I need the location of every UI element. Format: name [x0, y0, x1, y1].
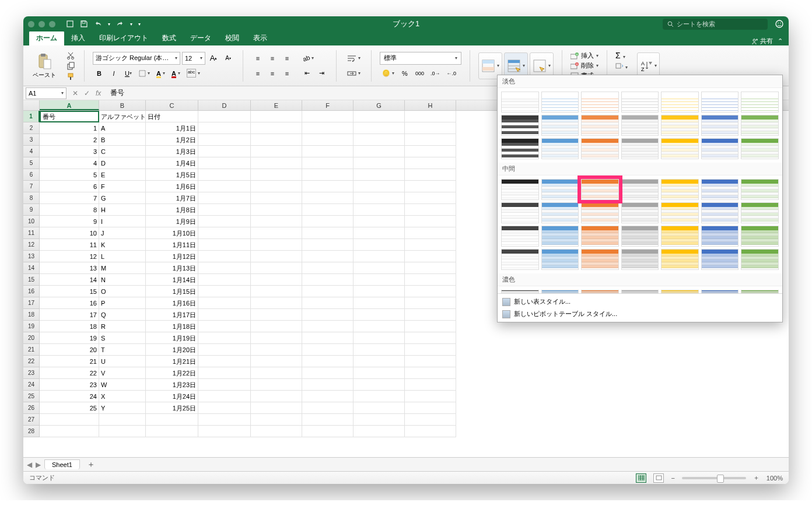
table-style-thumb[interactable] [661, 202, 699, 223]
sheet-next-icon[interactable]: ▶ [36, 461, 41, 469]
cell[interactable] [251, 356, 302, 367]
cell[interactable] [198, 146, 251, 157]
table-style-thumb[interactable] [661, 226, 699, 247]
cell[interactable] [354, 414, 405, 426]
underline-button[interactable]: U ▾ [122, 67, 135, 80]
cell[interactable] [198, 192, 251, 204]
cell[interactable] [405, 169, 456, 181]
cell[interactable] [198, 274, 251, 286]
cell[interactable] [354, 111, 405, 122]
add-sheet-button[interactable]: ＋ [83, 459, 99, 470]
cell[interactable]: 17 [40, 309, 99, 321]
table-style-thumb[interactable] [741, 138, 779, 159]
cell[interactable] [354, 356, 405, 367]
cell[interactable] [40, 414, 99, 426]
cell[interactable] [405, 146, 456, 157]
cancel-formula-icon[interactable]: ✕ [72, 89, 78, 97]
redo-icon[interactable] [116, 20, 124, 28]
cell[interactable] [251, 332, 302, 344]
cell[interactable]: 12 [40, 251, 99, 262]
table-style-thumb[interactable] [621, 92, 659, 113]
cell[interactable] [198, 391, 251, 402]
row-header[interactable]: 1 [23, 111, 40, 122]
cell[interactable] [302, 192, 354, 204]
table-style-thumb[interactable] [541, 202, 579, 223]
table-style-thumb[interactable] [661, 115, 699, 136]
row-header[interactable]: 10 [23, 216, 40, 227]
row-header[interactable]: 13 [23, 251, 40, 262]
cell[interactable] [251, 402, 302, 414]
cell[interactable]: 2 [40, 134, 99, 146]
cell[interactable] [302, 181, 354, 192]
cell[interactable] [251, 297, 302, 309]
cell[interactable]: 1月1日 [146, 122, 198, 134]
zoom-out-button[interactable]: − [671, 475, 674, 482]
table-style-thumb[interactable] [621, 202, 659, 223]
font-size-select[interactable]: 12 [182, 52, 205, 65]
cell[interactable]: 1月3日 [146, 146, 198, 157]
cell[interactable] [354, 204, 405, 216]
cell[interactable]: 1月5日 [146, 169, 198, 181]
table-style-thumb[interactable] [541, 249, 579, 270]
cell[interactable]: 1月10日 [146, 227, 198, 239]
cell[interactable] [302, 169, 354, 181]
cell[interactable] [198, 169, 251, 181]
cell[interactable]: 1月19日 [146, 332, 198, 344]
cell[interactable]: U [99, 356, 146, 367]
cell[interactable]: 7 [40, 192, 99, 204]
tab-ホーム[interactable]: ホーム [29, 31, 64, 45]
row-header[interactable]: 21 [23, 344, 40, 356]
cell[interactable]: Y [99, 402, 146, 414]
cell[interactable]: 1月21日 [146, 356, 198, 367]
cell[interactable] [198, 122, 251, 134]
cell[interactable] [354, 227, 405, 239]
sheet-tab[interactable]: Sheet1 [44, 459, 80, 469]
window-controls[interactable] [28, 21, 55, 27]
cell[interactable] [251, 414, 302, 426]
column-header[interactable]: F [302, 100, 354, 110]
column-header[interactable]: A [40, 100, 99, 110]
row-header[interactable]: 6 [23, 169, 40, 181]
table-style-thumb[interactable] [541, 290, 579, 293]
font-select[interactable]: 游ゴシック Regular (本… [93, 52, 180, 65]
number-format-select[interactable]: 標準 [380, 52, 461, 65]
cell[interactable] [146, 414, 198, 426]
cell[interactable] [354, 402, 405, 414]
table-style-thumb[interactable] [621, 138, 659, 159]
cell[interactable]: 1月24日 [146, 391, 198, 402]
row-header[interactable]: 12 [23, 239, 40, 251]
cell[interactable] [354, 309, 405, 321]
cell[interactable] [405, 414, 456, 426]
cell[interactable] [405, 227, 456, 239]
tab-表示[interactable]: 表示 [246, 31, 274, 45]
cell[interactable] [405, 379, 456, 391]
cell[interactable] [198, 344, 251, 356]
normal-view-icon[interactable] [636, 473, 646, 483]
cell[interactable] [302, 356, 354, 367]
cell[interactable]: 1月15日 [146, 286, 198, 297]
align-left-icon[interactable]: ≡ [251, 67, 264, 80]
table-style-thumb[interactable] [741, 226, 779, 247]
cell[interactable]: 3 [40, 146, 99, 157]
cell[interactable] [146, 426, 198, 437]
cell[interactable] [354, 297, 405, 309]
name-box[interactable]: A1▾ [26, 87, 66, 99]
cell[interactable] [302, 251, 354, 262]
table-style-thumb[interactable] [701, 138, 739, 159]
cell[interactable] [354, 134, 405, 146]
cell[interactable] [198, 111, 251, 122]
cell[interactable] [251, 251, 302, 262]
table-style-thumb[interactable] [541, 179, 579, 200]
cell[interactable] [302, 379, 354, 391]
cell[interactable]: I [99, 216, 146, 227]
cell[interactable] [198, 297, 251, 309]
cell[interactable] [40, 426, 99, 437]
cell[interactable] [405, 321, 456, 332]
cell[interactable]: 20 [40, 344, 99, 356]
font-color-button[interactable]: A [169, 67, 183, 80]
cell[interactable] [198, 134, 251, 146]
decrease-decimal-icon[interactable]: ←.0 [444, 67, 459, 80]
enter-formula-icon[interactable]: ✓ [84, 89, 90, 97]
cell[interactable] [251, 227, 302, 239]
cell[interactable]: C [99, 146, 146, 157]
